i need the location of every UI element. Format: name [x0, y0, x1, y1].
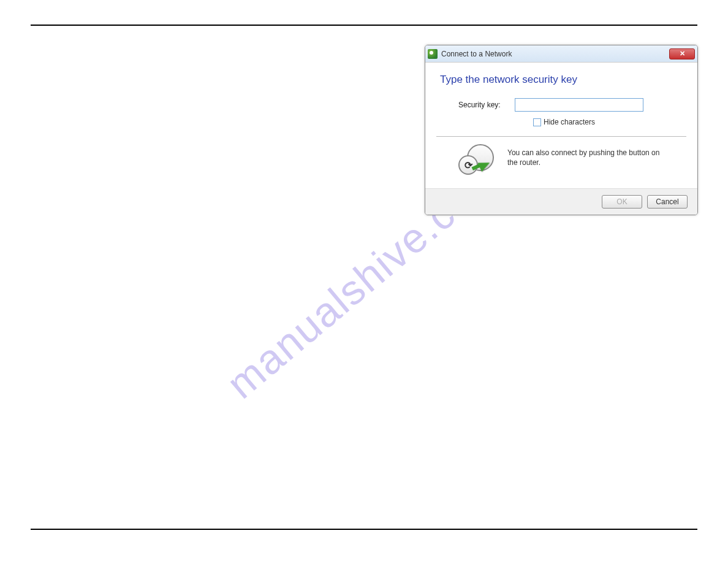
top-rule [31, 25, 697, 26]
dialog-button-row: OK Cancel [425, 188, 697, 215]
dialog-body: Type the network security key Security k… [425, 63, 697, 188]
security-key-input[interactable] [515, 98, 643, 112]
hide-characters-label: Hide characters [544, 118, 595, 126]
router-hint-row: ⟳ You can also connect by pushing the bu… [440, 144, 683, 176]
hide-characters-checkbox[interactable] [533, 118, 541, 126]
close-button[interactable]: ✕ [669, 48, 695, 59]
router-wps-icon: ⟳ [458, 144, 498, 176]
security-key-row: Security key: [440, 98, 683, 112]
section-divider [436, 136, 686, 137]
network-app-icon [428, 49, 438, 59]
bottom-rule [31, 529, 697, 530]
dialog-heading: Type the network security key [440, 74, 683, 86]
router-hint-text: You can also connect by pushing the butt… [507, 144, 670, 167]
close-icon: ✕ [680, 50, 685, 58]
connect-network-dialog: Connect to a Network ✕ Type the network … [425, 45, 698, 215]
dialog-title: Connect to a Network [441, 50, 669, 58]
security-key-label: Security key: [458, 101, 515, 109]
dialog-titlebar: Connect to a Network ✕ [425, 45, 697, 63]
hide-characters-row: Hide characters [440, 118, 683, 126]
cancel-button[interactable]: Cancel [647, 195, 688, 209]
ok-button[interactable]: OK [602, 195, 642, 209]
